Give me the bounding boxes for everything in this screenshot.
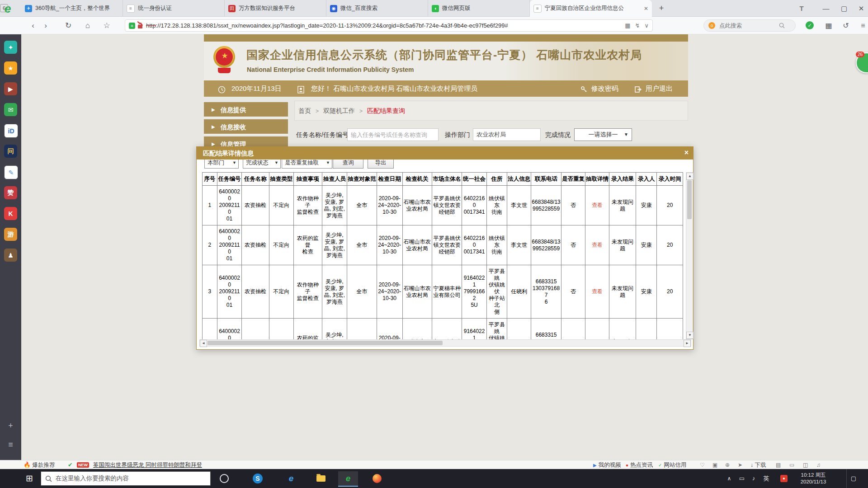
dialog-dropdown-3[interactable]: 是否重复抽取▼ xyxy=(282,160,332,169)
ksong-app-icon[interactable]: K xyxy=(4,207,17,220)
view-detail-link[interactable]: 查看 xyxy=(585,319,609,340)
tray-monitor-icon[interactable]: ▭ xyxy=(736,469,748,488)
logout-link[interactable]: 用户退出 xyxy=(646,80,673,97)
close-button[interactable]: ✕ xyxy=(854,0,868,17)
edge-icon[interactable]: e xyxy=(281,471,301,486)
notes-app-icon[interactable]: ✎ xyxy=(4,165,18,179)
home-icon[interactable]: ⌂ xyxy=(82,17,94,34)
zan-app-icon[interactable]: 赞 xyxy=(4,186,17,199)
download-button[interactable]: ↓ 下载 xyxy=(750,460,766,469)
search-icon[interactable] xyxy=(779,23,785,28)
monitor-icon[interactable]: ▭ xyxy=(789,460,794,469)
query-button[interactable]: 查询 xyxy=(333,160,363,169)
history-restore-icon[interactable]: ↺ xyxy=(840,17,852,34)
dialog-dropdown-2[interactable]: 完成状态▼ xyxy=(243,160,281,169)
print-icon[interactable]: ▤ xyxy=(776,460,781,469)
key-icon[interactable] xyxy=(580,81,588,97)
minimize-button[interactable]: — xyxy=(819,0,833,17)
hot-news-button[interactable]: ●热点资讯 xyxy=(626,460,653,469)
task-filter-input[interactable] xyxy=(347,128,439,141)
chat-app-icon[interactable]: ✦ xyxy=(4,41,17,54)
tray-sound-icon[interactable]: ♪ xyxy=(748,469,760,488)
add-icon[interactable]: + xyxy=(0,421,21,431)
scroll-right-icon[interactable]: ► xyxy=(684,340,691,347)
browser-tab[interactable]: ≡统一身份认证 xyxy=(123,0,225,17)
logout-icon[interactable] xyxy=(635,81,642,97)
dialog-close-icon[interactable]: × xyxy=(684,147,689,160)
url-text[interactable]: http://172.28.128.138:8081/ssxt_nx/newoa… xyxy=(146,22,620,29)
game-app-icon[interactable]: 游 xyxy=(4,228,17,241)
profile-app-icon[interactable]: ♟ xyxy=(4,249,17,262)
breadcrumb-level2[interactable]: 双随机工作 xyxy=(323,107,355,114)
dropdown-icon[interactable]: ∨ xyxy=(644,22,649,29)
lightning-icon[interactable]: ↯ xyxy=(635,22,640,29)
favorite-star-icon[interactable]: ☆ xyxy=(101,17,113,34)
browser-tab[interactable]: 田万方数据知识服务平台 xyxy=(225,0,326,17)
headline-link[interactable]: 英国闯出世界级恶龙 同时得罪特朗普和拜登 xyxy=(93,460,202,469)
heart-icon[interactable]: ♡ xyxy=(700,460,705,469)
cortana-icon[interactable] xyxy=(220,474,229,483)
address-bar[interactable]: + http://172.28.128.138:8081/ssxt_nx/new… xyxy=(125,19,653,32)
tray-language-indicator[interactable]: 英 xyxy=(760,469,772,488)
tab-close-icon[interactable]: ✕ xyxy=(644,5,648,12)
translate-icon[interactable]: ⊕ xyxy=(725,460,730,469)
scroll-up-icon[interactable]: ▲ xyxy=(686,173,693,180)
my-videos-button[interactable]: ▶我的视频 xyxy=(593,460,621,469)
extension-add-icon[interactable]: + xyxy=(129,23,135,29)
list-icon[interactable]: ≡ xyxy=(0,440,21,450)
vertical-scrollbar[interactable]: ▲ ▼ xyxy=(686,172,693,339)
tray-clock[interactable]: 10:12 周五 2020/11/13 xyxy=(794,469,833,488)
browser-tab[interactable]: ◖微信网页版 xyxy=(428,0,530,17)
tab-count-badge[interactable]: 6 xyxy=(0,4,8,12)
apps-grid-icon[interactable]: ▦ xyxy=(823,17,835,34)
change-password-link[interactable]: 修改密码 xyxy=(591,80,618,97)
360-browser-icon[interactable]: e xyxy=(338,471,358,487)
video-app-icon[interactable]: ▶ xyxy=(4,82,17,95)
new-tab-button[interactable]: + xyxy=(655,0,668,17)
browser-search-input[interactable] xyxy=(718,22,779,29)
view-detail-link[interactable]: 查看 xyxy=(585,225,609,265)
hscroll-thumb[interactable] xyxy=(208,341,443,345)
scroll-down-icon[interactable]: ▼ xyxy=(686,332,693,339)
favorites-star-icon[interactable]: ★ xyxy=(4,61,17,75)
site-credit-button[interactable]: ✓网站信用 xyxy=(658,460,686,469)
sidebar-item-2[interactable]: ▶信息接收 xyxy=(204,119,288,135)
hot-picks-button[interactable]: 🔥爆款推荐 xyxy=(24,460,55,469)
dialog-dropdown-1[interactable]: 本部门▼ xyxy=(204,160,239,169)
status-filter-select[interactable]: 一请选择一 ▼ xyxy=(574,128,632,141)
dept-filter-input[interactable] xyxy=(473,128,541,141)
sound-icon[interactable]: ♫ xyxy=(816,460,821,469)
browser-tab[interactable]: ≡宁夏回族自治区企业信用信息公✕ xyxy=(530,0,652,17)
side-floater-button[interactable]: 26 xyxy=(856,52,868,73)
taskbar-search[interactable]: 在这里输入你要搜索的内容 xyxy=(41,471,211,486)
forward-icon[interactable]: › xyxy=(40,17,52,34)
start-button[interactable]: ⊞ xyxy=(22,469,37,488)
tray-ime-icon[interactable]: ● xyxy=(780,475,788,482)
restore-button[interactable]: ▢ xyxy=(837,0,851,17)
sidebar-item-1[interactable]: ▶信息提供 xyxy=(204,102,288,117)
safe-check-icon[interactable]: ✓ xyxy=(806,21,814,29)
snapshot-icon[interactable]: ▣ xyxy=(712,460,717,469)
horizontal-scrollbar[interactable]: ◄ ► xyxy=(199,339,691,347)
browser-tab[interactable]: ✈360导航_一个主页，整个世界 xyxy=(21,0,123,17)
export-button[interactable]: 导出 xyxy=(368,160,394,169)
tray-chevron-icon[interactable]: ∧ xyxy=(723,469,735,488)
notification-center-icon[interactable]: ▢ xyxy=(846,469,860,488)
sphere-app-icon[interactable] xyxy=(367,471,387,486)
cast-icon[interactable]: ◫ xyxy=(803,460,808,469)
id-app-icon[interactable]: iD xyxy=(4,124,18,138)
dialog-title-bar[interactable]: 匹配结果详情信息 xyxy=(197,147,693,160)
mail-app-icon[interactable]: ✉ xyxy=(4,103,17,116)
scroll-left-icon[interactable]: ◄ xyxy=(200,340,207,347)
file-explorer-icon[interactable] xyxy=(311,471,331,486)
refresh-icon[interactable]: ↻ xyxy=(62,17,74,34)
breadcrumb-home[interactable]: 首页 xyxy=(298,107,311,114)
skin-theme-icon[interactable]: T xyxy=(796,0,807,17)
browser-tab[interactable]: ◉微信_百度搜索 xyxy=(326,0,428,17)
browser-search-box[interactable]: o xyxy=(703,19,796,32)
ask-app-icon[interactable]: 问 xyxy=(4,145,17,158)
view-detail-link[interactable]: 查看 xyxy=(585,265,609,319)
vscroll-thumb[interactable] xyxy=(687,180,692,219)
menu-icon[interactable]: ≡ xyxy=(857,17,868,34)
boost-icon[interactable]: ➤ xyxy=(738,460,742,469)
